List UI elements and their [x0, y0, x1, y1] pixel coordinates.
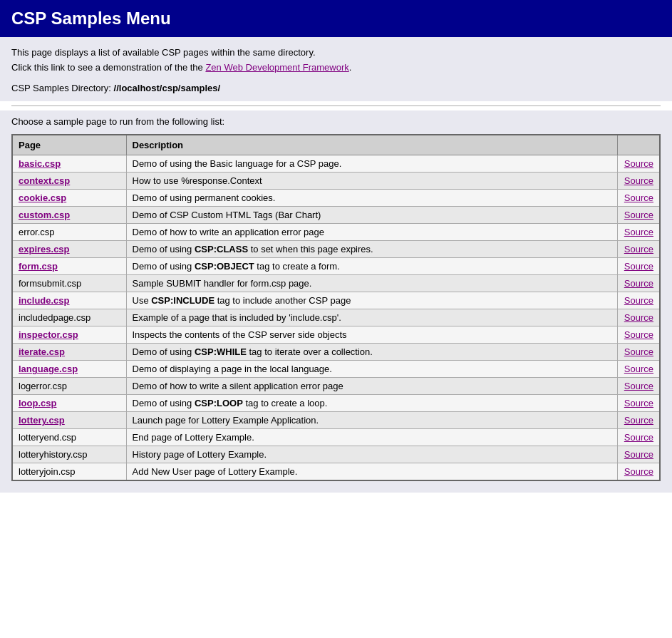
source-cell: Source: [617, 275, 660, 292]
intro-text: This page displays a list of available C…: [11, 46, 661, 76]
page-link[interactable]: include.csp: [19, 295, 70, 306]
description-cell: End page of Lottery Example.: [126, 429, 617, 446]
page-link[interactable]: context.csp: [19, 175, 70, 186]
table-row: custom.cspDemo of CSP Custom HTML Tags (…: [12, 207, 660, 224]
horizontal-rule: [11, 106, 661, 106]
source-link[interactable]: Source: [624, 244, 653, 254]
description-cell: Demo of using the Basic language for a C…: [126, 155, 617, 173]
table-row: includedpage.cspExample of a page that i…: [12, 309, 660, 326]
source-link[interactable]: Source: [624, 466, 653, 477]
page-name: error.csp: [19, 227, 55, 237]
page-name: formsubmit.csp: [19, 278, 81, 289]
table-row: basic.cspDemo of using the Basic languag…: [12, 155, 660, 173]
page-name: lotteryend.csp: [19, 432, 76, 443]
page-name: includedpage.csp: [19, 312, 91, 323]
desc-text: tag to create a form.: [254, 261, 340, 272]
source-link[interactable]: Source: [624, 278, 653, 289]
col-header-source: [617, 135, 660, 155]
source-link[interactable]: Source: [624, 432, 653, 443]
page-link[interactable]: inspector.csp: [19, 329, 78, 340]
page-link[interactable]: lottery.csp: [19, 415, 65, 426]
table-header-row: Page Description: [12, 135, 660, 155]
source-link[interactable]: Source: [624, 364, 653, 374]
source-link[interactable]: Source: [624, 227, 653, 237]
col-header-page: Page: [12, 135, 126, 155]
table-row: iterate.cspDemo of using CSP:WHILE tag t…: [12, 344, 660, 361]
source-link[interactable]: Source: [624, 210, 653, 220]
col-header-description: Description: [126, 135, 617, 155]
desc-text: tag to include another CSP page: [214, 295, 351, 306]
desc-text: Example of a page that is included by 'i…: [133, 312, 341, 323]
page-title: CSP Samples Menu: [11, 9, 661, 29]
description-cell: Demo of using CSP:WHILE tag to iterate o…: [126, 344, 617, 361]
desc-text: How to use %response.Context: [133, 175, 262, 186]
table-row: include.cspUse CSP:INCLUDE tag to includ…: [12, 292, 660, 309]
desc-text: Use: [133, 295, 152, 306]
source-link[interactable]: Source: [624, 398, 653, 408]
table-row: language.cspDemo of displaying a page in…: [12, 361, 660, 378]
table-row: lotteryend.cspEnd page of Lottery Exampl…: [12, 429, 660, 446]
table-body: basic.cspDemo of using the Basic languag…: [12, 155, 660, 481]
directory-value: //localhost/csp/samples/: [114, 83, 221, 93]
description-cell: How to use %response.Context: [126, 173, 617, 190]
source-cell: Source: [617, 429, 660, 446]
page-link[interactable]: language.csp: [19, 364, 78, 374]
source-cell: Source: [617, 446, 660, 463]
desc-bold: CSP:CLASS: [195, 244, 248, 254]
source-cell: Source: [617, 190, 660, 207]
table-container: Page Description basic.cspDemo of using …: [0, 134, 672, 493]
desc-text: Demo of using the Basic language for a C…: [133, 158, 342, 169]
page-link[interactable]: loop.csp: [19, 398, 56, 408]
page-link[interactable]: expires.csp: [19, 244, 70, 254]
samples-table: Page Description basic.cspDemo of using …: [11, 134, 661, 481]
desc-text: tag to iterate over a collection.: [247, 346, 373, 357]
table-row: expires.cspDemo of using CSP:CLASS to se…: [12, 241, 660, 258]
table-row: inspector.cspInspects the contents of th…: [12, 326, 660, 344]
intro-section: This page displays a list of available C…: [0, 37, 672, 101]
desc-text: History page of Lottery Example.: [133, 449, 267, 460]
source-link[interactable]: Source: [624, 449, 653, 460]
source-link[interactable]: Source: [624, 381, 653, 391]
page-link[interactable]: cookie.csp: [19, 192, 66, 203]
choose-section: Choose a sample page to run from the fol…: [0, 110, 672, 134]
source-link[interactable]: Source: [624, 346, 653, 357]
intro-line2-prefix: Click this link to see a demonstration o…: [11, 62, 205, 73]
source-link[interactable]: Source: [624, 312, 653, 323]
page-link[interactable]: iterate.csp: [19, 346, 65, 357]
page-link[interactable]: custom.csp: [19, 210, 70, 220]
source-link[interactable]: Source: [624, 192, 653, 203]
desc-text: Add New User page of Lottery Example.: [133, 466, 298, 477]
source-link[interactable]: Source: [624, 261, 653, 272]
description-cell: Demo of how to write a silent applicatio…: [126, 378, 617, 395]
desc-text: tag to create a loop.: [243, 398, 328, 408]
source-cell: Source: [617, 224, 660, 241]
description-cell: Demo of using permanent cookies.: [126, 190, 617, 207]
desc-bold: CSP:OBJECT: [195, 261, 254, 272]
description-cell: Demo of CSP Custom HTML Tags (Bar Chart): [126, 207, 617, 224]
desc-bold: CSP:WHILE: [195, 346, 247, 357]
desc-text: Demo of using: [133, 346, 195, 357]
source-link[interactable]: Source: [624, 158, 653, 169]
page-link[interactable]: form.csp: [19, 261, 58, 272]
source-cell: Source: [617, 155, 660, 173]
table-row: lottery.cspLaunch page for Lottery Examp…: [12, 412, 660, 429]
table-row: context.cspHow to use %response.ContextS…: [12, 173, 660, 190]
description-cell: Example of a page that is included by 'i…: [126, 309, 617, 326]
description-cell: Sample SUBMIT handler for form.csp page.: [126, 275, 617, 292]
intro-line1: This page displays a list of available C…: [11, 47, 316, 58]
source-link[interactable]: Source: [624, 329, 653, 340]
description-cell: Demo of using CSP:LOOP tag to create a l…: [126, 395, 617, 412]
source-link[interactable]: Source: [624, 175, 653, 186]
page-link[interactable]: basic.csp: [19, 158, 61, 169]
source-link[interactable]: Source: [624, 415, 653, 426]
zen-framework-link[interactable]: Zen Web Development Framework: [205, 62, 348, 73]
desc-text: Demo of using: [133, 261, 195, 272]
source-link[interactable]: Source: [624, 295, 653, 306]
desc-text: End page of Lottery Example.: [133, 432, 254, 443]
table-row: lotteryjoin.cspAdd New User page of Lott…: [12, 463, 660, 481]
source-cell: Source: [617, 344, 660, 361]
desc-text: Sample SUBMIT handler for form.csp page.: [133, 278, 312, 289]
source-cell: Source: [617, 241, 660, 258]
desc-text: Demo of using permanent cookies.: [133, 192, 276, 203]
source-cell: Source: [617, 326, 660, 344]
